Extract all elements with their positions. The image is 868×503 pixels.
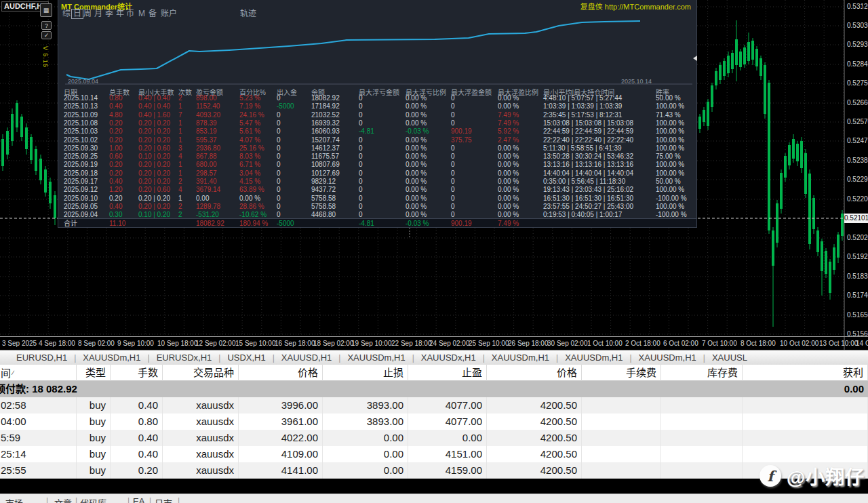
stats-cell: 71.43 % (656, 111, 681, 119)
stats-cell: 0.20 (109, 195, 122, 202)
order-cell (582, 446, 661, 462)
panel-menu-item-轨迹[interactable]: 轨迹 (240, 9, 256, 18)
stats-cell: 0.20 | 0.60 (138, 144, 170, 152)
orders-column-header[interactable]: 价格 (239, 365, 323, 381)
order-row[interactable]: 5:59buy limit0.40xauusdx4022.000.000.004… (0, 430, 868, 446)
toolbox-tab-日志[interactable]: 日志 (155, 496, 172, 503)
order-row[interactable]: 02:58buy limit0.40xauusdx3996.003893.004… (0, 397, 868, 414)
order-row[interactable]: 04:00buy limit0.80xauusdx3961.003893.004… (0, 414, 868, 430)
panel-menu-item-综[interactable]: 综 (62, 9, 71, 18)
stats-table-row: 2025.09.190.200.20 | 0.201680.006.71 %01… (58, 161, 698, 169)
orders-column-header[interactable]: 库存费 (661, 365, 743, 381)
panel-menu-item-M[interactable]: M (138, 9, 145, 18)
chart-tab-XAUUSDm-H1[interactable]: XAUUSDm,H1 (485, 353, 556, 363)
candlestick (6, 127, 9, 159)
stats-cell: 0 (359, 195, 363, 202)
panel-menu-item-年[interactable]: 年 (116, 9, 124, 18)
ea-help-button[interactable]: ? (41, 21, 52, 30)
stats-cell: 100.00 % (656, 169, 684, 177)
stats-cell: -5000 (277, 102, 294, 110)
stats-cell: 1 (178, 161, 182, 168)
toolbox-tab-EA[interactable]: EA (133, 496, 144, 503)
panel-menu-item-备[interactable]: 备 (149, 9, 157, 18)
price-axis-label: 0.51835 (847, 273, 868, 280)
stats-cell: 100.00 % (656, 161, 684, 168)
time-axis-label: 24 Sep 02:00 (429, 340, 470, 347)
stats-cell: 16060.93 (311, 127, 340, 135)
panel-menu-item-日[interactable]: 日 (71, 9, 83, 19)
candlestick (784, 153, 787, 182)
candlestick (804, 149, 807, 198)
stats-cell: 21032.52 (311, 111, 340, 119)
stats-cell: -10.62 % (239, 211, 267, 218)
chart-tab-XAUUSL[interactable]: XAUUSL (705, 353, 754, 363)
stats-cell: 0 (451, 119, 455, 127)
orders-column-header[interactable]: 间 ∕ (0, 365, 77, 381)
panel-brand-link[interactable]: 复盘侠 http://MTCommander.com (580, 1, 691, 12)
stats-cell: 100.00 % (656, 127, 684, 135)
stats-cell: 0.00 % (498, 203, 519, 210)
toolbox-tab-代码库[interactable]: 代码库 (80, 496, 106, 503)
candlestick (703, 107, 705, 126)
orders-column-header[interactable]: 止盈 (408, 365, 487, 381)
orders-column-header[interactable]: 手数 (111, 365, 163, 381)
stats-cell: 2025.09.25 (64, 153, 98, 160)
stats-table-row: 2025.09.180.200.20 | 0.201298.573.04 %01… (58, 169, 698, 178)
order-row[interactable]: 25:14buy limit0.40xauusdx4109.000.004151… (0, 446, 868, 462)
chart-tab-USDX-H1[interactable]: USDX,H1 (220, 353, 272, 363)
chart-tab-XAUUSD-H1[interactable]: XAUUSD,H1 (275, 353, 338, 363)
ea-panel-button[interactable]: ▦ (40, 3, 52, 17)
stats-cell: 0 (277, 195, 281, 202)
toolbox-tab-市场[interactable]: 市场 (5, 496, 23, 503)
candlestick (788, 142, 791, 169)
toolbox-tab-文章[interactable]: 文章 (54, 496, 72, 503)
stats-cell: 0.20 (109, 119, 122, 127)
candlestick (735, 20, 738, 81)
stats-cell: 22:22:40 | 22:22:40 | 22:22:40 (543, 136, 633, 144)
stats-cell: 9437.72 (311, 186, 336, 193)
stats-cell: 0.30 (109, 211, 122, 218)
chart-tab-XAUUSDx-H1[interactable]: XAUUSDx,H1 (414, 353, 483, 363)
ea-confirm-button[interactable]: ✓ (41, 31, 52, 39)
orders-column-header[interactable]: 类型 (77, 365, 111, 381)
stats-cell: 7.49 % (498, 111, 519, 119)
chart-tab-EURUSD-H1[interactable]: EURUSD,H1 (9, 353, 74, 363)
stats-cell: 2025.09.19 (64, 161, 98, 168)
stats-cell: 10807.69 (311, 161, 340, 168)
stats-table-row: 2025.10.130.400.40 | 0.4011152.407.19 %-… (58, 102, 698, 110)
stats-cell: 0.20 | 0.20 (138, 195, 170, 202)
stats-cell: -0.03 % (406, 127, 429, 135)
chart-tab-XAUUSDm-H1[interactable]: XAUUSDm,H1 (76, 353, 147, 363)
orders-column-header[interactable]: 手续费 (582, 365, 661, 381)
stats-cell: 3 (178, 144, 182, 152)
chart-tab-XAUUSDm-H1[interactable]: XAUUSDm,H1 (632, 353, 703, 363)
panel-menu-item-季[interactable]: 季 (105, 9, 113, 18)
stats-cell: 5.23 % (239, 94, 260, 102)
panel-menu-item-币[interactable]: 币 (126, 9, 134, 18)
chart-tab-XAUUSDm-H1[interactable]: XAUUSDm,H1 (558, 353, 629, 363)
stats-cell: 0.10 | 0.20 (138, 211, 170, 218)
time-axis-label: 9 Sep 10:00 (117, 340, 154, 347)
chart-tab-XAUUSDm-H1[interactable]: XAUUSDm,H1 (340, 353, 412, 363)
stats-cell: 2025.09.10 (64, 195, 98, 202)
orders-column-header[interactable]: 获利 (743, 365, 868, 381)
chart-tab-EURUSDx-H1[interactable]: EURUSDx,H1 (150, 353, 219, 363)
stats-cell: -531.20 (196, 211, 219, 218)
order-cell: 0.00 (323, 446, 408, 462)
price-axis-label: 0.52295 (847, 176, 868, 183)
panel-menu-item-月[interactable]: 月 (94, 9, 102, 18)
stats-total-cell: 18082.92 (196, 220, 224, 227)
order-row[interactable]: 25:55buy limit0.20xauusdx4141.000.004159… (0, 462, 868, 479)
time-axis-label: 19 Sep 10:00 (351, 340, 392, 347)
orders-column-header[interactable]: 价格 (487, 365, 582, 381)
panel-menu-item-账户[interactable]: 账户 (161, 9, 177, 18)
candlestick (776, 200, 778, 247)
orders-column-header[interactable]: 止损 (323, 365, 408, 381)
stats-cell: 16939.32 (311, 119, 340, 127)
tab-scroll-arrow-icon[interactable]: ▸ (862, 3, 866, 12)
stats-cell: 2:35:45 | 5:17:53 | 8:12:31 (543, 111, 622, 119)
price-axis-label: 0.52660 (847, 100, 868, 106)
stats-cell: 0 (451, 195, 455, 202)
orders-column-header[interactable]: 交易品种 (163, 365, 239, 381)
panel-menu-item-周[interactable]: 周 (83, 9, 92, 18)
